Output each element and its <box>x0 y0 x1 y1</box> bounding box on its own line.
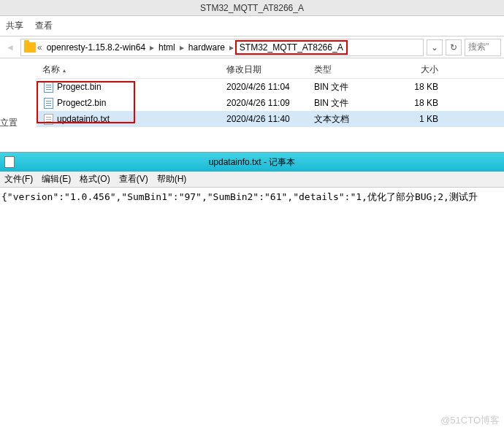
breadcrumb-part-highlighted[interactable]: STM32_MQTT_AT8266_A <box>235 40 348 55</box>
column-type[interactable]: 类型 <box>314 64 402 76</box>
file-type: BIN 文件 <box>314 81 402 93</box>
ribbon-tabs: 共享 查看 <box>0 16 504 37</box>
folder-icon <box>24 42 36 53</box>
breadcrumb-part[interactable]: html <box>156 42 178 53</box>
tab-share[interactable]: 共享 <box>6 20 23 32</box>
chevron-right-icon: ▸ <box>229 42 234 53</box>
notepad-titlebar[interactable]: updatainfo.txt - 记事本 <box>0 153 504 172</box>
menu-edit[interactable]: 编辑(E) <box>42 173 71 185</box>
menu-file[interactable]: 文件(F) <box>4 173 33 185</box>
chevron-right-icon: ▸ <box>150 42 154 53</box>
search-input[interactable]: 搜索" <box>465 39 501 56</box>
file-size: 18 KB <box>402 82 446 92</box>
file-list: 名称▴ 修改日期 类型 大小 Progect.bin 2020/4/26 11:… <box>0 58 504 127</box>
dropdown-button[interactable]: ⌄ <box>427 39 443 55</box>
bin-file-icon <box>42 97 54 109</box>
file-type: BIN 文件 <box>314 97 402 110</box>
file-date: 2020/4/26 11:09 <box>226 98 314 108</box>
file-row[interactable]: Progect.bin 2020/4/26 11:04 BIN 文件 18 KB <box>37 79 504 95</box>
file-row[interactable]: updatainfo.txt 2020/4/26 11:40 文本文档 1 KB <box>37 111 504 127</box>
notepad-title-text: updatainfo.txt - 记事本 <box>209 156 296 169</box>
menu-format[interactable]: 格式(O) <box>80 173 110 185</box>
file-name: Progect.bin <box>57 82 226 92</box>
column-size[interactable]: 大小 <box>402 64 446 76</box>
sort-indicator-icon: ▴ <box>63 67 66 74</box>
file-size: 1 KB <box>402 114 446 124</box>
file-name: Progect2.bin <box>57 98 226 108</box>
notepad-menu: 文件(F) 编辑(E) 格式(O) 查看(V) 帮助(H) <box>0 172 504 188</box>
refresh-icon: ↻ <box>450 42 457 53</box>
column-date[interactable]: 修改日期 <box>226 64 314 76</box>
menu-view[interactable]: 查看(V) <box>119 173 148 185</box>
watermark: @51CTO博客 <box>440 414 500 427</box>
refresh-button[interactable]: ↻ <box>446 39 462 55</box>
address-bar-row: ◄ « openresty-1.15.8.2-win64 ▸ html ▸ ha… <box>0 37 504 58</box>
column-headers: 名称▴ 修改日期 类型 大小 <box>37 61 504 79</box>
menu-help[interactable]: 帮助(H) <box>157 173 187 185</box>
chevron-right-icon: « <box>37 42 42 53</box>
chevron-down-icon: ⌄ <box>431 42 438 53</box>
file-type: 文本文档 <box>314 113 402 126</box>
sidebar-label: 立置 <box>0 117 18 129</box>
file-size: 18 KB <box>402 98 446 108</box>
window-title: STM32_MQTT_AT8266_A <box>0 0 504 16</box>
breadcrumb-part[interactable]: openresty-1.15.8.2-win64 <box>44 42 148 53</box>
notepad-content[interactable]: {"version":"1.0.456","SumBin1":"97","Sum… <box>0 188 504 207</box>
breadcrumb-part[interactable]: hardware <box>186 42 228 53</box>
file-date: 2020/4/26 11:04 <box>226 82 314 92</box>
file-date: 2020/4/26 11:40 <box>226 114 314 124</box>
tab-view[interactable]: 查看 <box>35 20 53 32</box>
nav-back-icon[interactable]: ◄ <box>3 40 18 55</box>
txt-file-icon <box>42 113 54 125</box>
file-row[interactable]: Progect2.bin 2020/4/26 11:09 BIN 文件 18 K… <box>37 95 504 111</box>
breadcrumb[interactable]: « openresty-1.15.8.2-win64 ▸ html ▸ hard… <box>20 39 424 56</box>
bin-file-icon <box>42 81 54 93</box>
file-name: updatainfo.txt <box>57 114 226 124</box>
chevron-right-icon: ▸ <box>180 42 184 53</box>
notepad-window: updatainfo.txt - 记事本 文件(F) 编辑(E) 格式(O) 查… <box>0 152 504 430</box>
notepad-icon <box>4 156 15 168</box>
column-name[interactable]: 名称▴ <box>37 64 226 76</box>
